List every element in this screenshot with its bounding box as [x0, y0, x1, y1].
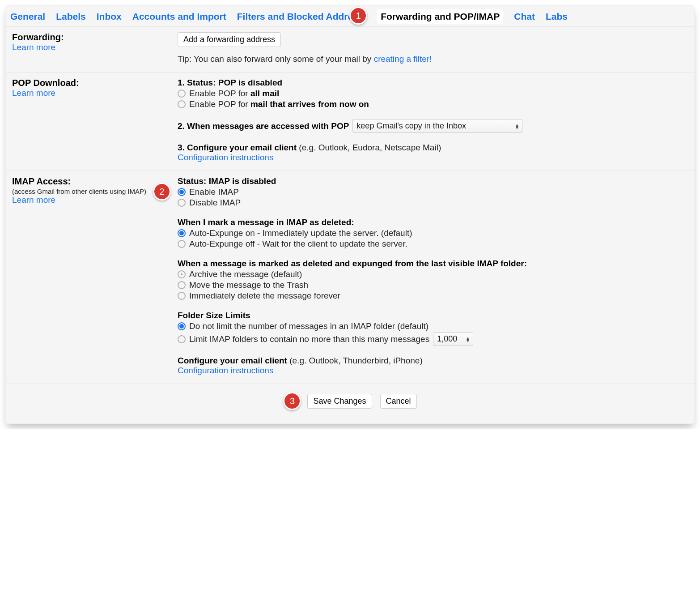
save-button[interactable]: Save Changes [307, 394, 372, 409]
imap-title: IMAP Access: [12, 176, 178, 187]
forwarding-title: Forwarding: [12, 32, 178, 43]
updown-icon: ▴▾ [467, 337, 469, 342]
imap-mark-title: When I mark a message in IMAP as deleted… [178, 218, 688, 227]
imap-folder-limit-label: Limit IMAP folders to contain no more th… [189, 334, 429, 344]
imap-folder-title: Folder Size Limits [178, 311, 688, 320]
callout-3: 3 [283, 392, 301, 410]
section-imap: IMAP Access: (access Gmail from other cl… [6, 171, 694, 384]
radio-expunge-off[interactable] [178, 240, 186, 248]
imap-expunge-trash-label: Move the message to the Trash [189, 280, 308, 290]
radio-enable-imap[interactable] [178, 188, 186, 196]
radio-expunge-on[interactable] [178, 229, 186, 237]
tab-labs[interactable]: Labs [546, 11, 568, 22]
updown-icon: ▴▾ [516, 124, 518, 129]
callout-2: 2 [153, 183, 171, 201]
tab-labels[interactable]: Labels [56, 11, 86, 22]
forwarding-tip-text: Tip: You can also forward only some of y… [178, 54, 374, 64]
callout-1: 1 [349, 7, 367, 25]
radio-pop-now-on[interactable] [178, 100, 186, 108]
section-forwarding: Forwarding: Learn more Add a forwarding … [6, 27, 694, 73]
tab-inbox[interactable]: Inbox [97, 11, 122, 22]
forwarding-learn-more[interactable]: Learn more [12, 43, 55, 52]
radio-trash[interactable] [178, 281, 186, 289]
radio-delete-forever[interactable] [178, 292, 186, 300]
cancel-button[interactable]: Cancel [380, 394, 417, 409]
imap-mark-on-label: Auto-Expunge on - Immediately update the… [189, 228, 412, 238]
pop-access-label: 2. When messages are accessed with POP [178, 121, 349, 131]
imap-status-prefix: Status: [178, 176, 209, 186]
imap-configure-rest: (e.g. Outlook, Thunderbird, iPhone) [287, 356, 423, 365]
pop-title: POP Download: [12, 78, 178, 88]
tab-chat[interactable]: Chat [514, 11, 535, 22]
pop-learn-more[interactable]: Learn more [12, 88, 55, 98]
pop-configure-rest: (e.g. Outlook, Eudora, Netscape Mail) [297, 143, 441, 152]
footer: 3 Save Changes Cancel [6, 384, 694, 423]
radio-disable-imap[interactable] [178, 199, 186, 207]
imap-limit-select[interactable]: 1,000 ▴▾ [433, 332, 473, 346]
pop-config-instructions-link[interactable]: Configuration instructions [178, 153, 273, 162]
settings-tabs: General Labels Inbox Accounts and Import… [6, 6, 694, 27]
radio-archive[interactable] [178, 270, 186, 278]
imap-learn-more[interactable]: Learn more [12, 195, 55, 205]
tab-general[interactable]: General [10, 11, 45, 22]
create-filter-link[interactable]: creating a filter! [374, 54, 432, 64]
imap-folder-nolimit-label: Do not limit the number of messages in a… [189, 321, 428, 331]
section-pop: POP Download: Learn more 1. Status: POP … [6, 73, 694, 171]
radio-pop-all[interactable] [178, 90, 186, 98]
pop-r1-label: Enable POP for all mail [189, 89, 279, 98]
imap-expunge-title: When a message is marked as deleted and … [178, 259, 688, 269]
tab-forwarding[interactable]: Forwarding and POP/IMAP [377, 9, 503, 24]
imap-disable-label: Disable IMAP [189, 198, 241, 208]
pop-status-value: POP is disabled [218, 78, 282, 87]
imap-configure-label: Configure your email client [178, 356, 287, 365]
pop-configure-label: 3. Configure your email client [178, 143, 297, 152]
radio-no-limit[interactable] [178, 322, 186, 330]
add-forwarding-button[interactable]: Add a forwarding address [178, 32, 281, 47]
tab-accounts[interactable]: Accounts and Import [132, 11, 226, 22]
pop-r2-label: Enable POP for mail that arrives from no… [189, 99, 369, 109]
imap-limit-value: 1,000 [437, 334, 457, 344]
imap-expunge-delete-label: Immediately delete the message forever [189, 291, 340, 301]
tab-filters[interactable]: Filters and Blocked Addre [237, 11, 353, 21]
pop-access-select[interactable]: keep Gmail's copy in the Inbox ▴▾ [352, 119, 522, 133]
pop-status-prefix: 1. Status: [178, 78, 218, 87]
radio-limit[interactable] [178, 335, 186, 343]
pop-access-select-value: keep Gmail's copy in the Inbox [356, 121, 466, 131]
imap-expunge-archive-label: Archive the message (default) [189, 269, 302, 279]
imap-mark-off-label: Auto-Expunge off - Wait for the client t… [189, 239, 407, 249]
imap-enable-label: Enable IMAP [189, 187, 239, 197]
imap-status-value: IMAP is disabled [209, 176, 276, 186]
imap-config-instructions-link[interactable]: Configuration instructions [178, 366, 273, 375]
